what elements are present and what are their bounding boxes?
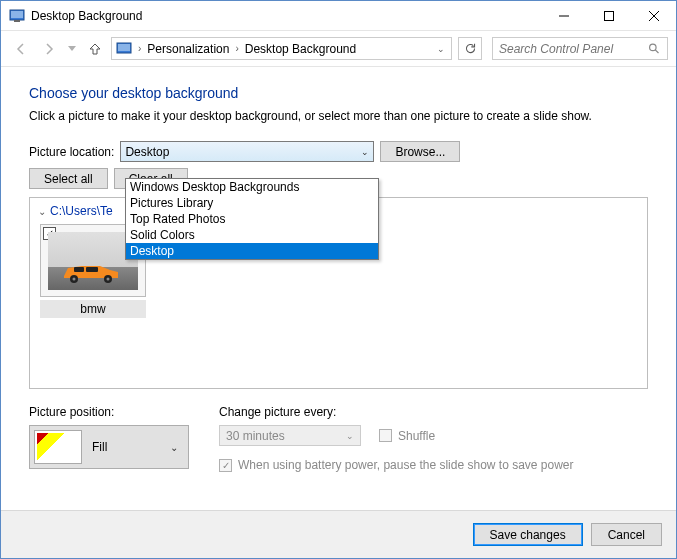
chevron-right-icon[interactable]: › [233, 43, 240, 54]
titlebar: Desktop Background [1, 1, 676, 31]
footer: Save changes Cancel [1, 510, 676, 558]
svg-rect-12 [86, 267, 98, 272]
page-title: Choose your desktop background [29, 85, 648, 101]
picture-position-label: Picture position: [29, 405, 189, 419]
lower-controls: Picture position: Fill ⌄ Change picture … [29, 405, 648, 472]
position-thumbnail [34, 430, 82, 464]
chevron-down-icon: ⌄ [170, 442, 184, 453]
chevron-down-icon: ⌄ [361, 147, 369, 157]
forward-button[interactable] [37, 37, 61, 61]
chevron-down-icon: ⌄ [38, 206, 46, 217]
breadcrumb-personalization[interactable]: Personalization [145, 42, 231, 56]
chevron-right-icon[interactable]: › [136, 43, 143, 54]
thumbnail-label: bmw [40, 300, 146, 318]
dropdown-option[interactable]: Solid Colors [126, 227, 378, 243]
browse-button[interactable]: Browse... [380, 141, 460, 162]
back-button[interactable] [9, 37, 33, 61]
shuffle-checkbox: Shuffle [379, 429, 435, 443]
chevron-down-icon: ⌄ [346, 431, 354, 441]
change-every-combo: 30 minutes ⌄ [219, 425, 361, 446]
checkbox-icon [379, 429, 392, 442]
svg-line-10 [655, 49, 658, 52]
search-box[interactable] [492, 37, 668, 60]
svg-rect-11 [74, 267, 84, 272]
checkbox-icon: ✓ [219, 459, 232, 472]
svg-point-9 [650, 44, 656, 50]
picture-location-value: Desktop [125, 145, 361, 159]
group-path: C:\Users\Te [50, 204, 113, 218]
select-all-button[interactable]: Select all [29, 168, 108, 189]
picture-position-select[interactable]: Fill ⌄ [29, 425, 189, 469]
dropdown-option[interactable]: Top Rated Photos [126, 211, 378, 227]
dropdown-option[interactable]: Windows Desktop Backgrounds [126, 179, 378, 195]
svg-rect-8 [118, 44, 130, 51]
address-bar[interactable]: › Personalization › Desktop Background ⌄ [111, 37, 452, 60]
save-button[interactable]: Save changes [473, 523, 583, 546]
picture-position-value: Fill [92, 440, 107, 454]
svg-point-14 [73, 277, 76, 280]
battery-checkbox: ✓ When using battery power, pause the sl… [219, 458, 574, 472]
car-icon [60, 260, 124, 284]
maximize-button[interactable] [586, 1, 631, 30]
app-icon [9, 8, 25, 24]
close-button[interactable] [631, 1, 676, 30]
svg-rect-1 [11, 11, 23, 18]
location-icon [116, 41, 132, 57]
picture-location-dropdown[interactable]: Windows Desktop Backgrounds Pictures Lib… [125, 178, 379, 260]
refresh-button[interactable] [458, 37, 482, 60]
dropdown-option[interactable]: Pictures Library [126, 195, 378, 211]
battery-label: When using battery power, pause the slid… [238, 458, 574, 472]
navbar: › Personalization › Desktop Background ⌄ [1, 31, 676, 67]
content-area: Choose your desktop background Click a p… [1, 67, 676, 472]
shuffle-label: Shuffle [398, 429, 435, 443]
picture-location-label: Picture location: [29, 145, 114, 159]
page-subtitle: Click a picture to make it your desktop … [29, 109, 648, 123]
address-dropdown[interactable]: ⌄ [433, 44, 449, 54]
up-button[interactable] [83, 37, 107, 61]
search-input[interactable] [499, 42, 648, 56]
change-every-value: 30 minutes [226, 429, 285, 443]
search-icon [648, 42, 661, 56]
svg-rect-2 [14, 20, 20, 22]
change-every-label: Change picture every: [219, 405, 574, 419]
cancel-button[interactable]: Cancel [591, 523, 662, 546]
breadcrumb-desktop-background[interactable]: Desktop Background [243, 42, 358, 56]
window-title: Desktop Background [31, 9, 541, 23]
picture-location-combo[interactable]: Desktop ⌄ [120, 141, 374, 162]
minimize-button[interactable] [541, 1, 586, 30]
dropdown-option-selected[interactable]: Desktop [126, 243, 378, 259]
svg-point-16 [107, 277, 110, 280]
recent-dropdown[interactable] [65, 37, 79, 61]
svg-rect-4 [604, 11, 613, 20]
